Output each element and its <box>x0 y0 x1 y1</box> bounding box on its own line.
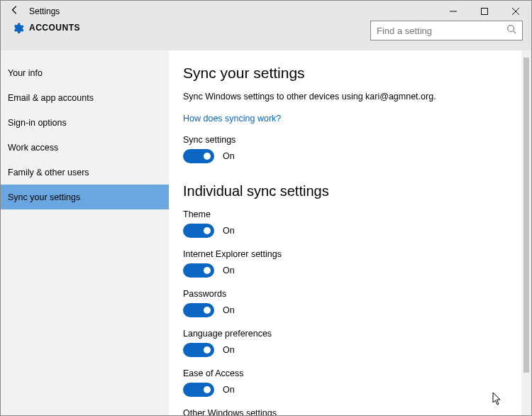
page-title: Sync your settings <box>183 65 507 82</box>
setting-label: Passwords <box>183 289 507 299</box>
scrollbar-thumb[interactable] <box>523 58 529 373</box>
theme-toggle[interactable] <box>183 224 214 238</box>
toggle-state: On <box>223 266 235 275</box>
svg-rect-1 <box>482 9 488 15</box>
search-icon <box>506 24 516 37</box>
toggle-state: On <box>223 385 235 395</box>
ie-settings-toggle[interactable] <box>183 263 214 278</box>
language-toggle[interactable] <box>183 343 214 357</box>
sidebar-item-label: Your info <box>8 68 43 78</box>
setting-label: Sync settings <box>183 135 507 145</box>
language-toggle-group: Language preferences On <box>183 329 507 357</box>
toggle-state: On <box>223 226 235 236</box>
sidebar-item-label: Family & other users <box>8 168 89 177</box>
setting-label: Language preferences <box>183 329 507 339</box>
category-title: ACCOUNTS <box>29 22 80 33</box>
sidebar-item-label: Work access <box>8 143 58 153</box>
ie-settings-toggle-group: Internet Explorer settings On <box>183 249 507 278</box>
sidebar: Your info Email & app accounts Sign-in o… <box>1 50 169 415</box>
sidebar-item-label: Sync your settings <box>8 192 80 202</box>
sidebar-item-sign-in-options[interactable]: Sign-in options <box>1 110 169 135</box>
sync-settings-toggle[interactable] <box>183 149 214 163</box>
toggle-state: On <box>223 305 235 315</box>
svg-line-5 <box>514 31 516 34</box>
sidebar-item-work-access[interactable]: Work access <box>1 135 169 160</box>
search-input[interactable] <box>377 26 506 36</box>
ease-of-access-toggle[interactable] <box>183 383 214 397</box>
passwords-toggle[interactable] <box>183 303 214 317</box>
sidebar-item-family-other-users[interactable]: Family & other users <box>1 160 169 185</box>
sidebar-item-email-app-accounts[interactable]: Email & app accounts <box>1 85 169 110</box>
header-band: ACCOUNTS <box>1 22 531 50</box>
search-box[interactable] <box>370 21 523 40</box>
sidebar-item-sync-your-settings[interactable]: Sync your settings <box>1 185 169 209</box>
svg-point-4 <box>508 26 514 32</box>
individual-sync-heading: Individual sync settings <box>183 183 507 199</box>
setting-label: Internet Explorer settings <box>183 249 507 259</box>
toggle-state: On <box>223 151 235 161</box>
theme-toggle-group: Theme On <box>183 209 507 238</box>
setting-label: Ease of Access <box>183 368 507 378</box>
sync-settings-toggle-group: Sync settings On <box>183 135 507 163</box>
title-bar: Settings <box>1 1 531 22</box>
help-link[interactable]: How does syncing work? <box>183 114 281 124</box>
back-button[interactable] <box>1 5 29 18</box>
passwords-toggle-group: Passwords On <box>183 289 507 317</box>
sidebar-item-label: Email & app accounts <box>8 93 94 103</box>
other-windows-toggle-group: Other Windows settings On <box>183 408 507 415</box>
minimize-button[interactable] <box>438 1 469 22</box>
maximize-button[interactable] <box>469 1 500 22</box>
setting-label: Theme <box>183 209 507 219</box>
content-area: Sync your settings Sync Windows settings… <box>169 50 521 415</box>
ease-of-access-toggle-group: Ease of Access On <box>183 368 507 397</box>
close-button[interactable] <box>500 1 531 22</box>
toggle-state: On <box>223 345 235 355</box>
page-description: Sync Windows settings to other devices u… <box>183 92 507 102</box>
gear-icon <box>6 22 29 35</box>
sidebar-item-your-info[interactable]: Your info <box>1 60 169 85</box>
scrollbar[interactable] <box>521 50 531 415</box>
window-title: Settings <box>29 6 60 16</box>
setting-label: Other Windows settings <box>183 408 507 415</box>
sidebar-item-label: Sign-in options <box>8 118 67 128</box>
